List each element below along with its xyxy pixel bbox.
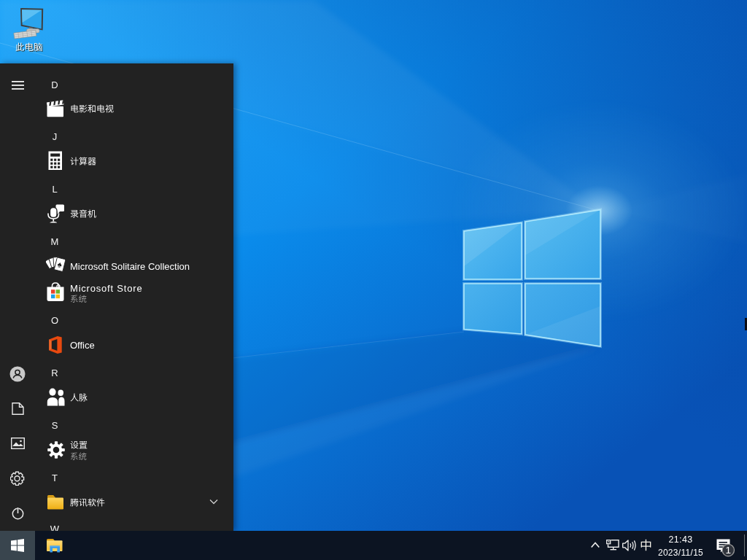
svg-text:1: 1 <box>726 545 732 556</box>
